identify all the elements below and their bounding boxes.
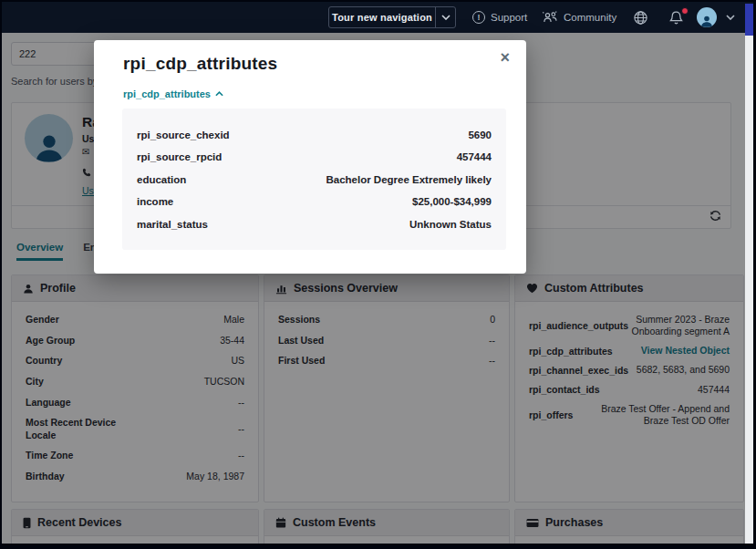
language-globe-button[interactable] <box>633 2 648 33</box>
tour-new-navigation-button[interactable]: Tour new navigation <box>328 6 456 28</box>
nested-attribute-label: education <box>137 174 186 185</box>
nested-attribute-value: 457444 <box>457 151 492 162</box>
tour-new-navigation-label: Tour new navigation <box>329 12 435 23</box>
top-navigation-bar: Tour new navigation ! Support Community <box>2 2 753 33</box>
nav-item-community[interactable]: Community <box>542 2 616 33</box>
nested-attribute-label: marital_status <box>137 219 208 230</box>
app-window: Tour new navigation ! Support Community <box>0 0 756 549</box>
nested-attribute-value: $25,000-$34,999 <box>412 196 492 207</box>
chevron-down-icon <box>726 15 735 20</box>
nested-attribute-label: income <box>137 196 173 207</box>
nested-attribute-value: Unknown Status <box>409 219 492 230</box>
nested-attribute-label: rpi_source_chexid <box>137 129 230 140</box>
nested-attribute-label: rpi_source_rpcid <box>137 151 222 162</box>
notifications-button[interactable] <box>668 2 684 33</box>
nested-attribute-value: Bachelor Degree Extremely likely <box>326 174 492 185</box>
nested-attribute-value: 5690 <box>468 129 492 140</box>
nav-item-support[interactable]: ! Support <box>472 2 527 33</box>
chevron-up-icon <box>215 91 223 97</box>
section-toggle-link[interactable]: rpi_cdp_attributes <box>123 88 223 99</box>
avatar <box>697 7 717 27</box>
scrollbar-track[interactable] <box>745 33 753 544</box>
nested-attributes-panel: rpi_source_chexid5690 rpi_source_rpcid45… <box>122 109 506 250</box>
globe-icon <box>633 10 648 26</box>
user-menu[interactable] <box>697 2 735 33</box>
community-icon <box>542 11 558 24</box>
support-icon: ! <box>472 11 485 24</box>
scrollbar-thumb[interactable] <box>745 4 753 36</box>
section-toggle-label: rpi_cdp_attributes <box>123 88 211 99</box>
notification-badge <box>681 7 689 15</box>
close-icon[interactable]: × <box>496 46 513 69</box>
modal-title: rpi_cdp_attributes <box>123 54 277 74</box>
community-label: Community <box>564 12 616 23</box>
nested-object-modal: rpi_cdp_attributes × rpi_cdp_attributes … <box>94 40 526 274</box>
support-label: Support <box>491 12 527 23</box>
chevron-down-icon[interactable] <box>435 7 455 27</box>
